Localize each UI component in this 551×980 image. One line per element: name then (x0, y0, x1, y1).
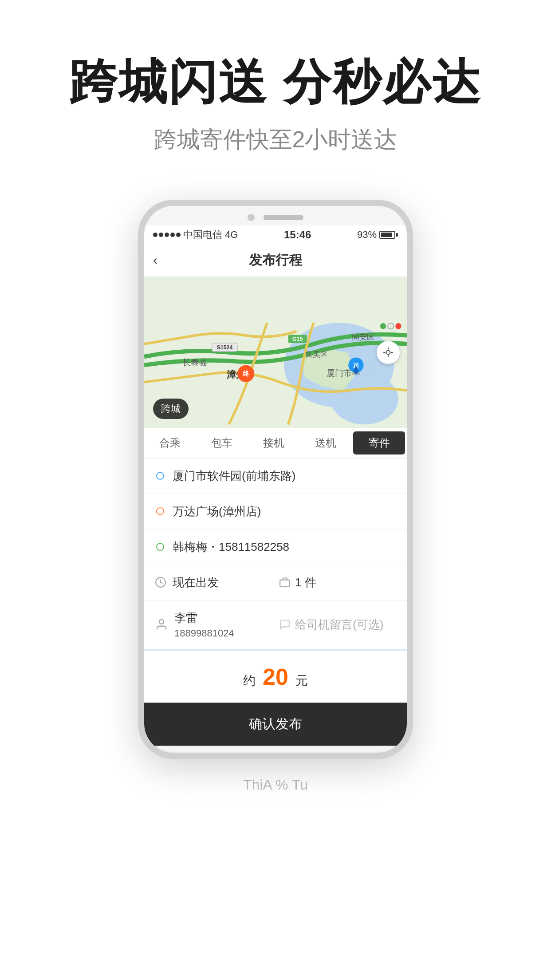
phone-top-bar (144, 206, 407, 225)
time-display: 15:46 (284, 229, 311, 241)
status-right: 93% (357, 229, 398, 241)
svg-rect-27 (280, 580, 290, 587)
tab-carpooling[interactable]: 合乘 (144, 428, 196, 458)
phone-container: 中国电信 4G 15:46 93% ‹ 发布行程 (0, 182, 551, 759)
svg-point-21 (386, 350, 390, 354)
nav-bar: ‹ 发布行程 (144, 244, 407, 277)
battery-body (379, 231, 395, 239)
signal-dot-5 (176, 233, 181, 237)
person-details: 李雷 18899881024 (174, 610, 234, 639)
depart-items-row: 现在出发 1 件 (144, 565, 407, 601)
back-button[interactable]: ‹ (153, 253, 171, 268)
tab-dropoff[interactable]: 送机 (299, 428, 351, 458)
signal-dot-1 (153, 233, 157, 237)
signal-dot-3 (165, 233, 169, 237)
battery-tip (396, 233, 398, 237)
kuacheng-badge: 跨城 (153, 399, 189, 419)
svg-point-28 (159, 620, 164, 624)
hero-title: 跨城闪送 分秒必达 (35, 53, 516, 111)
origin-row[interactable]: 厦门市软件园(前埔东路) (144, 458, 407, 494)
battery-fill (381, 233, 392, 237)
message-placeholder-text: 给司机留言(可选) (295, 617, 383, 632)
tab-pickup[interactable]: 接机 (248, 428, 300, 458)
svg-text:长泰县: 长泰县 (182, 357, 208, 367)
items-col[interactable]: 1 件 (279, 575, 396, 590)
person-col: 李雷 18899881024 (155, 610, 272, 639)
contact-row[interactable]: 韩梅梅・15811582258 (144, 530, 407, 565)
svg-point-13 (380, 323, 386, 329)
hero-subtitle: 跨城寄件快至2小时送达 (35, 124, 516, 155)
phone-mockup: 中国电信 4G 15:46 93% ‹ 发布行程 (138, 200, 413, 759)
price-bar: 约 20 元 (144, 649, 407, 703)
person-phone: 18899881024 (174, 628, 234, 639)
message-col[interactable]: 给司机留言(可选) (279, 617, 396, 632)
origin-dot (156, 472, 164, 480)
battery-icon (379, 231, 398, 239)
form-area: 厦门市软件园(前埔东路) 万达广场(漳州店) 韩梅梅・15811582258 (144, 458, 407, 649)
depart-time-label: 现在出发 (173, 575, 219, 590)
svg-text:同安区: 同安区 (352, 332, 374, 341)
svg-text:厦门市: 厦门市 (327, 368, 352, 377)
confirm-button[interactable]: 确认发布 (144, 703, 407, 746)
signal-dot-4 (170, 233, 175, 237)
items-count-label: 1 件 (295, 575, 316, 590)
destination-text: 万达广场(漳州店) (173, 504, 261, 519)
clock-icon (155, 577, 166, 588)
svg-text:S1524: S1524 (216, 344, 232, 351)
nav-title: 发布行程 (171, 251, 380, 269)
phone-speaker (264, 215, 303, 220)
price-amount: 20 (263, 664, 288, 690)
origin-text: 厦门市软件园(前埔东路) (173, 468, 295, 484)
status-left: 中国电信 4G (153, 228, 238, 241)
origin-icon (155, 470, 165, 481)
tab-bar: 合乘 包车 接机 送机 寄件 (144, 428, 407, 458)
price-suffix: 元 (295, 674, 308, 688)
signal-dot-2 (159, 233, 163, 237)
depart-col[interactable]: 现在出发 (155, 575, 272, 590)
tab-parcel[interactable]: 寄件 (353, 431, 405, 454)
destination-icon (155, 506, 165, 517)
svg-text:集美区: 集美区 (305, 349, 328, 358)
svg-point-15 (395, 323, 401, 329)
network-label: 4G (225, 229, 238, 241)
chat-icon (279, 619, 291, 630)
contact-icon (155, 541, 165, 552)
battery-percent: 93% (357, 229, 377, 241)
svg-text:G15: G15 (292, 336, 303, 342)
phone-camera (248, 214, 255, 221)
location-button[interactable] (377, 341, 400, 364)
person-name: 李雷 (174, 610, 234, 626)
destination-dot (156, 507, 164, 515)
person-message-row: 李雷 18899881024 给司机留言(可选) (144, 601, 407, 649)
package-icon (279, 577, 291, 588)
map-area[interactable]: S1524 G15 长泰县 漳州 厦门市 集美区 同安区 终 起 (144, 277, 407, 428)
svg-text:终: 终 (242, 370, 250, 377)
signal-dots (153, 233, 181, 237)
hero-section: 跨城闪送 分秒必达 跨城寄件快至2小时送达 (0, 0, 551, 182)
tab-charter[interactable]: 包车 (196, 428, 248, 458)
contact-text: 韩梅梅・15811582258 (173, 539, 289, 555)
person-icon (155, 618, 168, 631)
price-prefix: 约 (243, 674, 256, 688)
status-bar: 中国电信 4G 15:46 93% (144, 225, 407, 244)
carrier-label: 中国电信 (183, 228, 222, 241)
contact-dot (156, 543, 164, 551)
bottom-label: ThiA % Tu (0, 759, 551, 802)
destination-row[interactable]: 万达广场(漳州店) (144, 494, 407, 530)
